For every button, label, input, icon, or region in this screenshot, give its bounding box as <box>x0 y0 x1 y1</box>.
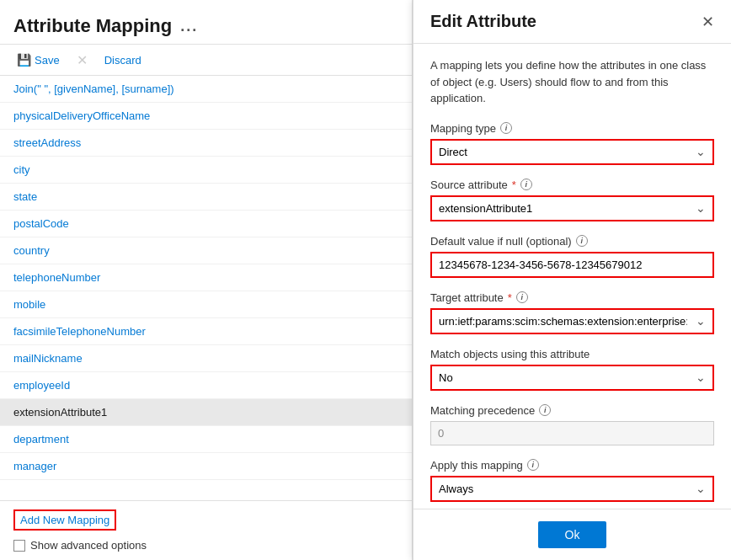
matching-precedence-label: Matching precedence i <box>430 404 714 417</box>
advanced-options-row: Show advanced options <box>13 539 398 552</box>
mapping-type-select-wrapper: DirectExpressionConstant <box>430 139 714 165</box>
mapping-list-item[interactable]: Join(" ", [givenName], [surname]) <box>0 76 412 103</box>
mapping-list-item[interactable]: state <box>0 184 412 211</box>
save-button[interactable]: 💾 Save <box>13 51 63 68</box>
more-options-icon[interactable]: ... <box>180 18 198 35</box>
close-button[interactable]: ✕ <box>702 14 714 29</box>
apply-mapping-group: Apply this mapping i AlwaysOnly during o… <box>430 459 714 502</box>
advanced-options-label: Show advanced options <box>30 539 147 552</box>
mapping-list-item[interactable]: city <box>0 157 412 184</box>
mapping-type-label: Mapping type i <box>430 122 714 135</box>
left-panel: Attribute Mapping ... 💾 Save ✕ Discard J… <box>0 0 413 560</box>
target-attribute-group: Target attribute * i urn:ietf:params:sci… <box>430 291 714 334</box>
match-objects-group: Match objects using this attribute NoYes <box>430 348 714 391</box>
source-attribute-info-icon[interactable]: i <box>520 179 532 190</box>
mapping-list-item[interactable]: facsimileTelephoneNumber <box>0 318 412 345</box>
default-value-input[interactable] <box>430 252 714 278</box>
mapping-list-item[interactable]: mailNickname <box>0 345 412 372</box>
toolbar: 💾 Save ✕ Discard <box>0 45 412 76</box>
discard-button[interactable]: Discard <box>101 52 145 68</box>
mapping-list-item[interactable]: manager <box>0 453 412 480</box>
page-title: Attribute Mapping ... <box>13 15 398 37</box>
add-new-mapping-button[interactable]: Add New Mapping <box>13 509 116 531</box>
source-attribute-label: Source attribute * i <box>430 179 714 191</box>
title-text: Attribute Mapping <box>13 15 172 37</box>
match-objects-select[interactable]: NoYes <box>430 365 714 391</box>
edit-attribute-title: Edit Attribute <box>430 12 536 31</box>
apply-mapping-info-icon[interactable]: i <box>527 459 539 471</box>
advanced-options-checkbox[interactable] <box>13 540 25 552</box>
source-required-star: * <box>512 179 516 191</box>
mapping-list-item[interactable]: physicalDeliveryOfficeName <box>0 103 412 130</box>
right-footer: Ok <box>414 509 731 560</box>
save-icon: 💾 <box>17 53 31 67</box>
description-text: A mapping lets you define how the attrib… <box>430 57 714 107</box>
mapping-type-info-icon[interactable]: i <box>500 122 512 134</box>
mapping-list-item[interactable]: country <box>0 237 412 264</box>
mapping-list-item[interactable]: streetAddress <box>0 130 412 157</box>
toolbar-separator: ✕ <box>77 52 88 68</box>
matching-precedence-info-icon[interactable]: i <box>539 404 551 416</box>
default-value-info-icon[interactable]: i <box>576 235 588 247</box>
matching-precedence-input <box>430 421 714 445</box>
source-attribute-select[interactable]: extensionAttribute1 <box>430 195 714 221</box>
source-attribute-select-wrapper: extensionAttribute1 <box>430 195 714 221</box>
target-required-star: * <box>508 291 512 304</box>
source-attribute-group: Source attribute * i extensionAttribute1 <box>430 179 714 221</box>
mapping-list-item[interactable]: telephoneNumber <box>0 264 412 291</box>
mapping-list-item[interactable]: mobile <box>0 291 412 318</box>
mapping-list-item[interactable]: employeeId <box>0 372 412 399</box>
target-attribute-label: Target attribute * i <box>430 291 714 304</box>
target-attribute-select[interactable]: urn:ietf:params:scim:schemas:extension:e… <box>430 308 714 334</box>
match-objects-label: Match objects using this attribute <box>430 348 714 360</box>
mapping-type-select[interactable]: DirectExpressionConstant <box>430 139 714 165</box>
match-objects-select-wrapper: NoYes <box>430 365 714 391</box>
mapping-list-item[interactable]: postalCode <box>0 211 412 237</box>
mapping-list: Join(" ", [givenName], [surname])physica… <box>0 76 412 500</box>
left-footer: Add New Mapping Show advanced options <box>0 500 412 560</box>
mapping-list-item[interactable]: extensionAttribute1 <box>0 399 412 426</box>
left-header: Attribute Mapping ... <box>0 0 412 45</box>
right-body: A mapping lets you define how the attrib… <box>414 44 731 509</box>
right-panel: Edit Attribute ✕ A mapping lets you defi… <box>413 0 731 560</box>
mapping-list-item[interactable]: department <box>0 426 412 453</box>
apply-mapping-label: Apply this mapping i <box>430 459 714 472</box>
matching-precedence-group: Matching precedence i <box>430 404 714 445</box>
target-attribute-select-wrapper: urn:ietf:params:scim:schemas:extension:e… <box>430 308 714 334</box>
default-value-group: Default value if null (optional) i <box>430 235 714 278</box>
target-attribute-info-icon[interactable]: i <box>516 291 528 303</box>
ok-button[interactable]: Ok <box>538 521 607 548</box>
right-header: Edit Attribute ✕ <box>414 0 731 44</box>
apply-mapping-select-wrapper: AlwaysOnly during object creationOnly du… <box>430 476 714 502</box>
default-value-label: Default value if null (optional) i <box>430 235 714 248</box>
apply-mapping-select[interactable]: AlwaysOnly during object creationOnly du… <box>430 476 714 502</box>
mapping-type-group: Mapping type i DirectExpressionConstant <box>430 122 714 165</box>
